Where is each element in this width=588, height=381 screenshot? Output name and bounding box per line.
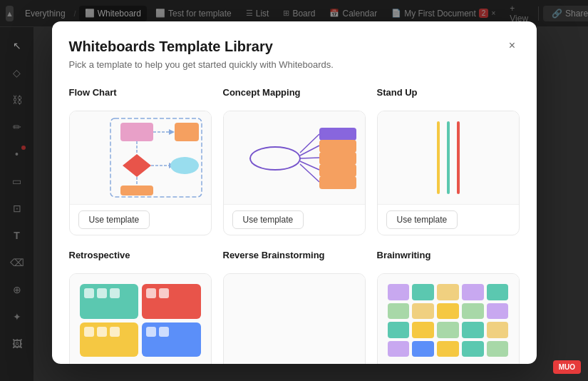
brain-cell-18 — [437, 341, 459, 357]
svg-rect-20 — [319, 140, 356, 153]
flow-chart-section: Flow Chart — [69, 87, 212, 235]
retrospective-preview — [70, 274, 211, 364]
brain-cell-2 — [412, 284, 434, 300]
brain-cell-20 — [487, 341, 509, 357]
brain-cell-15 — [487, 322, 509, 338]
templates-row-1-labels: Flow Chart — [69, 87, 520, 235]
standup-col-red — [457, 121, 460, 194]
flow-chart-footer: Use template — [70, 204, 211, 235]
flow-chart-svg — [76, 117, 205, 199]
brain-cell-10 — [487, 303, 509, 320]
retro-grid — [70, 274, 211, 364]
concept-mapping-label: Concept Mapping — [223, 87, 366, 98]
brain-cell-5 — [487, 284, 509, 300]
brain-grid — [378, 274, 519, 364]
stand-up-preview — [378, 111, 519, 204]
modal-subtitle: Pick a template to help you get started … — [69, 59, 520, 70]
brain-cell-16 — [388, 341, 410, 357]
muo-badge: MUO — [553, 360, 581, 374]
concept-svg — [227, 117, 362, 199]
modal-overlay[interactable]: Whiteboards Template Library Pick a temp… — [0, 0, 588, 381]
svg-rect-19 — [319, 128, 356, 141]
svg-rect-3 — [175, 123, 199, 141]
stand-up-footer: Use template — [378, 204, 519, 235]
flow-chart-card: Use template — [69, 111, 212, 235]
template-library-modal: Whiteboards Template Library Pick a temp… — [52, 21, 537, 364]
templates-row-2: Retrospective — [69, 250, 520, 364]
standup-columns — [427, 111, 470, 204]
modal-header: Whiteboards Template Library Pick a temp… — [52, 21, 537, 76]
stand-up-card: Use template — [377, 111, 520, 235]
standup-col-yellow — [437, 121, 440, 194]
svg-point-8 — [170, 157, 199, 174]
retrospective-section: Retrospective — [69, 250, 212, 364]
stand-up-section: Stand Up — [377, 87, 520, 235]
svg-line-18 — [300, 164, 319, 182]
reverse-cols — [281, 274, 308, 364]
flow-chart-use-template-button[interactable]: Use template — [78, 210, 150, 229]
brain-cell-4 — [462, 284, 484, 300]
brain-cell-1 — [388, 284, 410, 300]
brainwriting-label: Brainwriting — [377, 250, 520, 260]
brain-cell-8 — [437, 303, 459, 320]
standup-col-teal — [447, 121, 450, 194]
concept-mapping-use-template-button[interactable]: Use template — [232, 210, 304, 229]
svg-rect-11 — [120, 186, 153, 195]
svg-line-16 — [300, 158, 319, 158]
svg-rect-23 — [319, 176, 356, 189]
brainwriting-section: Brainwriting — [377, 250, 520, 364]
brain-cell-12 — [412, 322, 434, 338]
svg-rect-0 — [120, 123, 153, 141]
svg-point-13 — [250, 147, 300, 170]
concept-mapping-footer: Use template — [224, 204, 365, 235]
svg-marker-2 — [169, 129, 175, 135]
reverse-brainstorming-label: Reverse Brainstorming — [223, 250, 366, 260]
retro-quad-red — [142, 284, 201, 319]
brainwriting-preview — [378, 274, 519, 364]
concept-mapping-card: Use template — [223, 111, 366, 235]
modal-body: Flow Chart — [52, 76, 537, 364]
svg-rect-22 — [319, 164, 356, 177]
brain-cell-7 — [412, 303, 434, 320]
retro-quad-yellow — [80, 322, 139, 357]
retrospective-card: Use template — [69, 273, 212, 364]
reverse-brainstorming-section: Reverse Brainstorming — [223, 250, 366, 364]
retro-quad-blue — [142, 322, 201, 357]
svg-rect-21 — [319, 152, 356, 165]
retrospective-label: Retrospective — [69, 250, 212, 260]
brain-cell-17 — [412, 341, 434, 357]
modal-title: Whiteboards Template Library — [69, 39, 520, 55]
svg-line-17 — [300, 161, 319, 170]
retro-quad-teal — [80, 284, 139, 319]
concept-mapping-section: Concept Mapping — [223, 87, 366, 235]
svg-marker-5 — [123, 154, 151, 177]
flow-chart-preview — [70, 111, 211, 204]
brain-cell-11 — [388, 322, 410, 338]
brain-cell-13 — [437, 322, 459, 338]
brain-cell-9 — [462, 303, 484, 320]
brain-cell-14 — [462, 322, 484, 338]
svg-line-14 — [300, 134, 319, 153]
flow-chart-label: Flow Chart — [69, 87, 212, 98]
modal-close-button[interactable]: × — [502, 36, 522, 56]
reverse-brainstorming-card: Use template — [223, 273, 366, 364]
brain-cell-19 — [462, 341, 484, 357]
brain-cell-6 — [388, 303, 410, 320]
reverse-brainstorming-preview — [224, 274, 365, 364]
brainwriting-card: Use template — [377, 273, 520, 364]
brain-cell-3 — [437, 284, 459, 300]
stand-up-use-template-button[interactable]: Use template — [386, 210, 458, 229]
concept-mapping-preview — [224, 111, 365, 204]
stand-up-label: Stand Up — [377, 87, 520, 98]
